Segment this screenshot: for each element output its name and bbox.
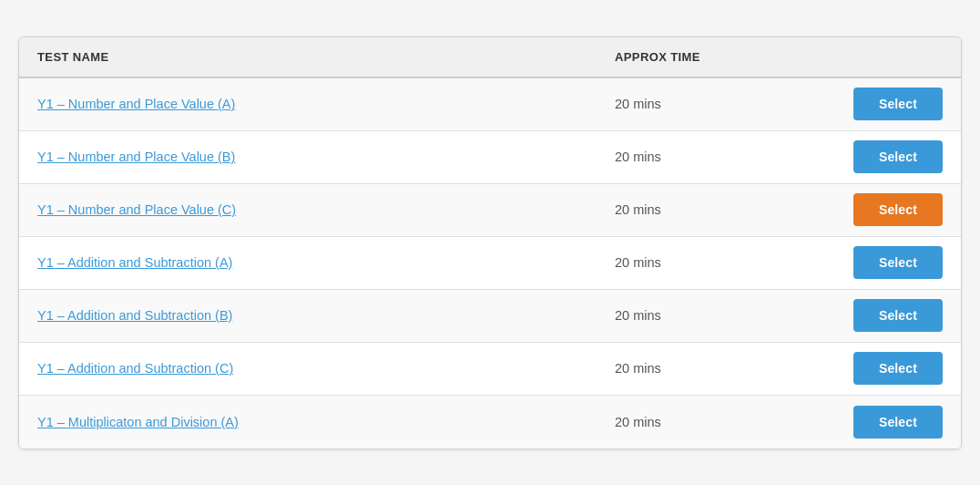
test-name-cell: Y1 – Addition and Subtraction (A): [37, 243, 615, 282]
action-cell: Select: [797, 140, 943, 173]
select-button[interactable]: Select: [853, 406, 943, 439]
table-row: Y1 – Multiplicaton and Division (A)20 mi…: [19, 396, 961, 449]
test-selection-table: TEST NAME APPROX TIME Y1 – Number and Pl…: [18, 36, 962, 449]
action-cell: Select: [797, 246, 943, 279]
select-button[interactable]: Select: [853, 299, 943, 332]
select-button[interactable]: Select: [853, 193, 943, 226]
test-name-cell: Y1 – Addition and Subtraction (C): [37, 349, 615, 387]
table-header: TEST NAME APPROX TIME: [19, 37, 961, 78]
approx-time-cell: 20 mins: [615, 97, 797, 111]
test-name-cell: Y1 – Number and Place Value (A): [37, 85, 615, 123]
table-body: Y1 – Number and Place Value (A)20 minsSe…: [19, 78, 961, 449]
approx-time-cell: 20 mins: [615, 361, 797, 376]
test-name-link[interactable]: Y1 – Number and Place Value (C): [37, 202, 236, 217]
test-name-cell: Y1 – Addition and Subtraction (B): [37, 296, 615, 335]
approx-time-cell: 20 mins: [615, 202, 797, 217]
test-name-cell: Y1 – Number and Place Value (B): [37, 138, 615, 176]
test-name-link[interactable]: Y1 – Number and Place Value (B): [37, 150, 235, 164]
approx-time-cell: 20 mins: [615, 308, 797, 323]
approx-time-cell: 20 mins: [615, 415, 797, 429]
test-name-link[interactable]: Y1 – Number and Place Value (A): [37, 97, 235, 111]
test-name-link[interactable]: Y1 – Addition and Subtraction (C): [37, 361, 233, 376]
table-row: Y1 – Addition and Subtraction (B)20 mins…: [19, 290, 961, 343]
test-name-link[interactable]: Y1 – Addition and Subtraction (B): [37, 308, 232, 323]
action-cell: Select: [797, 299, 943, 332]
header-action: [797, 50, 943, 64]
select-button[interactable]: Select: [853, 88, 943, 120]
action-cell: Select: [797, 352, 943, 385]
action-cell: Select: [797, 406, 943, 439]
select-button[interactable]: Select: [853, 246, 943, 279]
table-row: Y1 – Number and Place Value (C)20 minsSe…: [19, 184, 961, 237]
header-test-name: TEST NAME: [37, 50, 615, 64]
table-row: Y1 – Addition and Subtraction (A)20 mins…: [19, 237, 961, 290]
action-cell: Select: [797, 193, 943, 226]
select-button[interactable]: Select: [853, 140, 943, 173]
header-approx-time: APPROX TIME: [615, 50, 797, 64]
table-row: Y1 – Number and Place Value (B)20 minsSe…: [19, 131, 961, 184]
table-row: Y1 – Addition and Subtraction (C)20 mins…: [19, 343, 961, 396]
approx-time-cell: 20 mins: [615, 255, 797, 270]
test-name-link[interactable]: Y1 – Addition and Subtraction (A): [37, 255, 232, 270]
test-name-cell: Y1 – Number and Place Value (C): [37, 191, 615, 229]
test-name-cell: Y1 – Multiplicaton and Division (A): [37, 403, 615, 441]
table-row: Y1 – Number and Place Value (A)20 minsSe…: [19, 78, 961, 131]
select-button[interactable]: Select: [853, 352, 943, 385]
action-cell: Select: [797, 88, 943, 120]
test-name-link[interactable]: Y1 – Multiplicaton and Division (A): [37, 415, 239, 429]
approx-time-cell: 20 mins: [615, 150, 797, 164]
